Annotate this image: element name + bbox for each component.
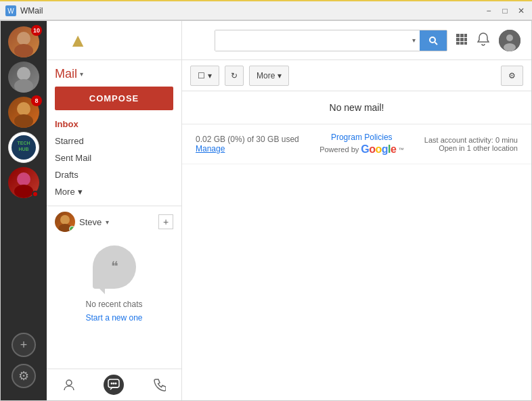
app-header: ▲ — [47, 21, 181, 60]
svg-point-2 — [17, 32, 30, 45]
no-chats-text: No recent chats — [85, 300, 142, 309]
bell-icon[interactable] — [477, 32, 489, 49]
svg-text:TECH: TECH — [17, 141, 30, 145]
svg-point-34 — [504, 43, 516, 51]
toolbar: ☐ ▾ ↻ More ▾ ⚙ — [182, 60, 531, 91]
settings-button[interactable]: ⚙ — [501, 66, 523, 86]
manage-link[interactable]: Manage — [196, 144, 225, 154]
chat-user-row: Steve ▾ + — [55, 212, 173, 232]
search-dropdown-arrow[interactable]: ▾ — [408, 37, 420, 44]
svg-rect-31 — [464, 42, 467, 45]
panel-mail-header: Mail ▾ — [47, 60, 181, 87]
svg-point-6 — [17, 102, 30, 116]
svg-point-12 — [14, 185, 33, 198]
search-input[interactable] — [215, 30, 408, 51]
compose-button[interactable]: COMPOSE — [55, 87, 173, 110]
svg-point-18 — [111, 383, 113, 385]
svg-rect-28 — [464, 38, 467, 41]
logo-area: ▲ — [58, 30, 98, 51]
mail-dropdown-arrow[interactable]: ▾ — [80, 70, 83, 78]
svg-point-4 — [17, 67, 30, 80]
svg-point-5 — [14, 79, 33, 93]
window-controls: − □ ✕ — [483, 5, 527, 16]
activity-area: Last account activity: 0 minu Open in 1 … — [424, 136, 518, 152]
svg-point-19 — [113, 383, 115, 385]
avatar-dot-5 — [32, 191, 39, 197]
avatar-5[interactable] — [8, 167, 39, 198]
app-icon: W — [5, 5, 16, 16]
title-bar: W WMail − □ ✕ — [0, 0, 532, 20]
panel-bottom-bar — [47, 369, 181, 400]
user-avatar-header[interactable] — [499, 30, 520, 51]
refresh-button[interactable]: ↻ — [225, 66, 244, 86]
svg-rect-23 — [456, 34, 460, 37]
nav-sent[interactable]: Sent Mail — [55, 149, 173, 166]
nav-more-arrow: ▾ — [78, 187, 83, 197]
svg-point-7 — [14, 114, 33, 128]
svg-rect-30 — [460, 42, 464, 45]
online-indicator — [69, 226, 75, 232]
logo-icon: ▲ — [68, 30, 87, 51]
svg-line-22 — [435, 42, 438, 45]
avatar-sidebar: 10 8 — [1, 21, 47, 400]
contacts-tab[interactable] — [59, 375, 79, 395]
more-button[interactable]: More ▾ — [249, 66, 289, 86]
svg-point-33 — [506, 34, 513, 41]
sidebar-bottom: + ⚙ — [12, 333, 36, 395]
google-logo: Google — [361, 143, 396, 156]
avatar-1[interactable]: 10 — [8, 26, 39, 57]
avatar-4[interactable]: TECH HUB — [8, 132, 39, 163]
google-area: Program Policies Powered by Google ™ — [319, 133, 403, 156]
chat-dropdown-arrow[interactable]: ▾ — [106, 218, 109, 226]
program-policies-link[interactable]: Program Policies — [331, 133, 393, 142]
chat-bubble-icon: ❝ — [93, 245, 136, 289]
svg-rect-25 — [464, 34, 467, 37]
storage-text: 0.02 GB (0%) of 30 GB used — [196, 135, 299, 144]
window-title: WMail — [20, 6, 483, 16]
nav-inbox[interactable]: Inbox — [55, 116, 173, 133]
select-dropdown-arrow: ▾ — [208, 71, 212, 80]
svg-point-13 — [60, 215, 70, 225]
avatar-badge-3: 8 — [31, 95, 42, 106]
select-checkbox-button[interactable]: ☐ ▾ — [190, 66, 219, 86]
svg-rect-24 — [460, 34, 464, 37]
svg-text:❝: ❝ — [110, 259, 118, 274]
search-icon — [428, 36, 438, 45]
chat-tab[interactable] — [104, 375, 124, 395]
no-new-mail-banner: No new mail! — [182, 91, 531, 124]
refresh-icon: ↻ — [231, 71, 238, 80]
add-account-button[interactable]: + — [12, 333, 36, 357]
gear-icon: ⚙ — [508, 71, 516, 80]
svg-rect-27 — [460, 38, 464, 41]
storage-info: 0.02 GB (0%) of 30 GB used Manage — [196, 135, 299, 154]
avatar-3[interactable]: 8 — [8, 97, 39, 128]
more-arrow-icon: ▾ — [278, 71, 282, 80]
app-container: 10 8 — [0, 20, 532, 401]
avatar-badge-1: 10 — [31, 25, 42, 36]
phone-tab[interactable] — [149, 375, 169, 395]
close-button[interactable]: ✕ — [516, 5, 527, 16]
chat-avatar — [55, 212, 75, 232]
open-in-text: Open in 1 other location — [424, 144, 518, 152]
svg-point-16 — [66, 380, 72, 385]
nav-more[interactable]: More ▾ — [55, 183, 173, 200]
svg-text:W: W — [7, 7, 14, 15]
start-new-chat-link[interactable]: Start a new one — [85, 313, 142, 323]
chat-username[interactable]: Steve — [79, 217, 102, 227]
search-button[interactable] — [420, 30, 447, 51]
maximize-button[interactable]: □ — [500, 5, 510, 16]
grid-icon[interactable] — [456, 33, 468, 48]
svg-rect-26 — [456, 38, 460, 41]
settings-sidebar-button[interactable]: ⚙ — [12, 364, 36, 388]
svg-point-11 — [17, 172, 30, 186]
nav-drafts[interactable]: Drafts — [55, 166, 173, 183]
svg-point-20 — [115, 383, 117, 385]
avatar-2[interactable] — [8, 62, 39, 93]
chat-add-button[interactable]: + — [158, 214, 173, 229]
nav-starred[interactable]: Starred — [55, 133, 173, 149]
minimize-button[interactable]: − — [483, 5, 494, 16]
activity-text: Last account activity: 0 minu — [424, 136, 518, 144]
mail-title[interactable]: Mail — [55, 67, 77, 81]
powered-by: Powered by Google ™ — [319, 143, 403, 156]
svg-text:HUB: HUB — [18, 147, 28, 151]
